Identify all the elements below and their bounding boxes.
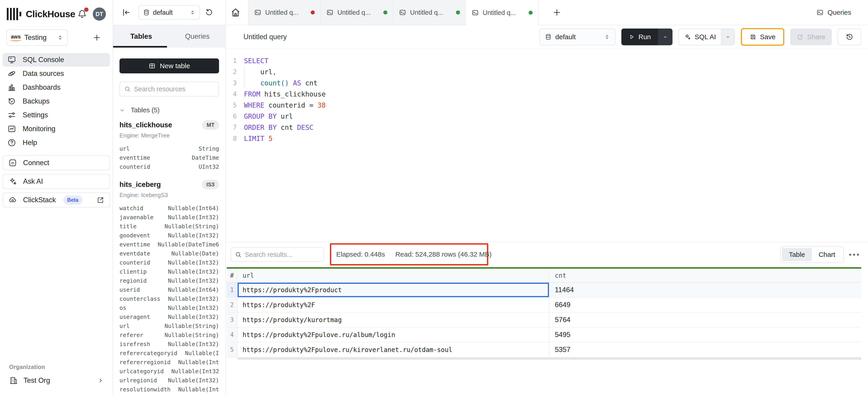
- refresh-icon[interactable]: [205, 8, 214, 17]
- run-options-button[interactable]: [658, 29, 673, 45]
- queries-button[interactable]: Queries: [816, 0, 851, 25]
- sidebar-item-label: SQL Console: [23, 56, 64, 64]
- table-name: hits_clickhouse: [120, 121, 172, 129]
- sql-ai-button[interactable]: SQL AI: [679, 29, 721, 45]
- resources-search[interactable]: [120, 82, 219, 96]
- table-row[interactable]: 5 https://produkty%2Fpulove.ru/kiroverla…: [227, 342, 861, 358]
- tab-untitled-query-3[interactable]: Untitled q...: [393, 0, 466, 25]
- results-search[interactable]: [231, 247, 324, 262]
- column-row: counterclassNullable(Int32): [120, 294, 219, 303]
- sliders-icon: [7, 111, 16, 120]
- resources-search-input[interactable]: [134, 85, 215, 93]
- new-tab-plus-icon[interactable]: [552, 8, 562, 17]
- sparkles-icon: [8, 177, 17, 186]
- sidebar-item-dashboards[interactable]: Dashboards: [3, 81, 110, 94]
- header-cnt[interactable]: cnt: [549, 269, 861, 282]
- chevron-down-icon: [725, 34, 731, 39]
- new-table-button[interactable]: New table: [120, 58, 219, 74]
- table-row[interactable]: 4 https://produkty%2Fpulove.ru/album/log…: [227, 328, 861, 342]
- header-url[interactable]: url: [238, 269, 549, 282]
- table-row[interactable]: 1 https://produkty%2Fproduct 11464: [227, 283, 861, 298]
- table-entry-hits-clickhouse[interactable]: hits_clickhouse MT Engine: MergeTree url…: [120, 120, 219, 171]
- beta-badge: Beta: [63, 195, 83, 205]
- query-history-button[interactable]: [838, 29, 861, 45]
- chevron-updown-icon: [604, 34, 610, 40]
- terminal-icon: [816, 9, 824, 16]
- table-row[interactable]: 3 https://produkty/kurortmag 5764: [227, 313, 861, 328]
- run-label: Run: [639, 33, 651, 41]
- tab-queries[interactable]: Queries: [169, 25, 225, 48]
- sidebar-item-data-sources[interactable]: Data sources: [3, 67, 110, 80]
- cnt-cell[interactable]: 5764: [549, 313, 861, 327]
- tab-label: Untitled q...: [483, 9, 525, 17]
- query-database-selector[interactable]: default: [539, 29, 616, 45]
- url-cell[interactable]: https://produkty%2Fpulove.ru/kiroverlane…: [238, 342, 549, 357]
- horizontal-scrollbar[interactable]: [238, 358, 861, 360]
- column-row: useridNullable(Int64): [120, 285, 219, 294]
- table-engine: Engine: IcebergS3: [120, 192, 219, 199]
- header-index[interactable]: #: [227, 269, 238, 282]
- sidebar-item-backups[interactable]: Backups: [3, 94, 110, 108]
- cnt-cell[interactable]: 5495: [549, 328, 861, 342]
- tab-untitled-query-1[interactable]: Untitled q...: [248, 0, 321, 25]
- column-row: regionidNullable(Int32): [120, 276, 219, 285]
- sidebar-item-help[interactable]: Help: [3, 136, 110, 149]
- url-cell-selected[interactable]: https://produkty%2Fproduct: [238, 283, 549, 297]
- code-line: 3 count() AS cnt: [226, 78, 868, 89]
- workspace-selector[interactable]: aws Testing: [6, 29, 68, 46]
- results-more-menu-icon[interactable]: [849, 254, 859, 256]
- save-button[interactable]: Save: [741, 28, 784, 46]
- sidebar-item-label: Dashboards: [23, 83, 60, 91]
- cnt-cell[interactable]: 6649: [549, 298, 861, 312]
- table-row[interactable]: 2 https://produkty%2F 6649: [227, 298, 861, 313]
- code-line: 2 url,: [226, 66, 868, 78]
- column-row: useragentNullable(Int32): [120, 312, 219, 321]
- ask-ai-label: Ask AI: [23, 177, 43, 186]
- search-icon: [124, 86, 131, 92]
- active-tab-underline: [113, 46, 167, 48]
- url-cell[interactable]: https://produkty%2F: [238, 298, 549, 312]
- code-line: 4 FROM hits_clickhouse: [226, 89, 868, 100]
- table-entry-hits-iceberg[interactable]: hits_iceberg IS3 Engine: IcebergS3 watch…: [120, 180, 219, 395]
- org-name: Test Org: [24, 376, 50, 385]
- share-button-disabled[interactable]: Share: [790, 29, 832, 45]
- collapse-panel-icon[interactable]: [121, 7, 131, 18]
- tables-section-header[interactable]: Tables (5): [120, 107, 219, 114]
- sidebar-item-settings[interactable]: Settings: [3, 108, 110, 122]
- cnt-cell[interactable]: 5357: [549, 342, 861, 357]
- view-chart-segment[interactable]: Chart: [812, 248, 842, 261]
- monitoring-chart-icon: [7, 124, 16, 133]
- resources-panel: Tables Queries New table Tables (5) hits…: [113, 25, 226, 395]
- code-line: 5 WHERE counterid = 38: [226, 100, 868, 111]
- table-grid-icon: [149, 62, 156, 69]
- user-avatar[interactable]: DT: [93, 7, 106, 21]
- org-switcher[interactable]: Test Org: [9, 376, 104, 385]
- query-title[interactable]: Untitled query: [244, 33, 287, 41]
- tab-untitled-query-4-active[interactable]: Untitled q...: [466, 0, 538, 25]
- run-button[interactable]: Run: [621, 29, 658, 45]
- database-icon: [545, 33, 552, 40]
- chevron-right-icon: [97, 377, 104, 384]
- database-selector[interactable]: default: [138, 5, 200, 20]
- sidebar-item-sql-console[interactable]: SQL Console: [3, 53, 110, 66]
- code-line: 1 SELECT: [226, 55, 868, 66]
- external-link-icon: [96, 196, 104, 204]
- cloud-chart-icon: [8, 195, 17, 204]
- notifications-bell-icon[interactable]: [78, 9, 87, 19]
- add-workspace-button[interactable]: [92, 33, 101, 42]
- sql-editor[interactable]: 1 SELECT 2 url, 3 count() AS cnt 4 FROM …: [226, 49, 868, 242]
- sql-ai-options-button[interactable]: [721, 29, 735, 45]
- url-cell[interactable]: https://produkty/kurortmag: [238, 313, 549, 327]
- sidebar-item-monitoring[interactable]: Monitoring: [3, 122, 110, 136]
- connect-button[interactable]: Connect: [3, 156, 110, 170]
- view-table-segment[interactable]: Table: [782, 248, 812, 261]
- url-cell[interactable]: https://produkty%2Fpulove.ru/album/login: [238, 328, 549, 342]
- results-search-input[interactable]: [245, 251, 320, 258]
- cnt-cell[interactable]: 11464: [549, 283, 861, 297]
- tab-tables[interactable]: Tables: [113, 25, 169, 48]
- ask-ai-button[interactable]: Ask AI: [3, 174, 110, 189]
- home-icon[interactable]: [230, 7, 241, 18]
- tab-untitled-query-2[interactable]: Untitled q...: [321, 0, 393, 25]
- notification-dot: [84, 7, 89, 12]
- clickstack-button[interactable]: ClickStack Beta: [3, 193, 110, 207]
